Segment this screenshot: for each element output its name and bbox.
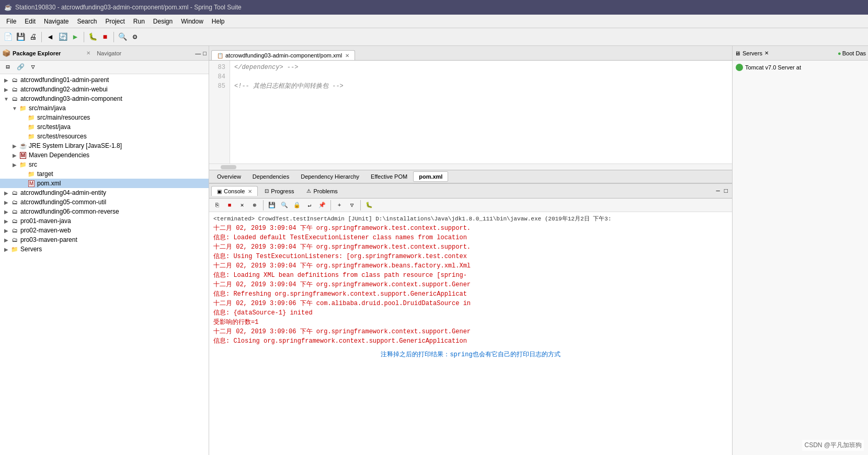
menu-edit[interactable]: Edit bbox=[20, 17, 40, 26]
link-with-editor-button[interactable]: 🔗 bbox=[15, 62, 26, 73]
tree-item[interactable]: ▶ 🗂 pro03-maven-parent bbox=[0, 235, 209, 244]
tree-item[interactable]: ▶ 🗂 atcrowdfunding02-admin-webui bbox=[0, 85, 209, 94]
tab-dependency-hierarchy[interactable]: Dependency Hierarchy bbox=[295, 171, 365, 182]
console-remove-button[interactable]: ⊗ bbox=[249, 200, 260, 211]
tree-icon: 🗂 bbox=[10, 226, 19, 235]
editor-bottom-tabs: Overview Dependencies Dependency Hierarc… bbox=[209, 170, 732, 183]
tree-item[interactable]: ▶ 🗂 atcrowdfunding05-common-util bbox=[0, 197, 209, 207]
console-tab-console[interactable]: ▣ Console ✕ bbox=[211, 186, 258, 196]
problems-icon: ⚠ bbox=[306, 188, 311, 194]
editor-tab-pom[interactable]: 📋 atcrowdfunding03-admin-component/pom.x… bbox=[211, 50, 355, 60]
console-tab-close[interactable]: ✕ bbox=[248, 189, 252, 194]
stop-button[interactable]: ■ bbox=[99, 31, 111, 43]
tree-item[interactable]: 📁 src/test/resources bbox=[0, 132, 209, 141]
tree-item[interactable]: 📁 target bbox=[0, 169, 209, 179]
console-word-wrap-button[interactable]: ↵ bbox=[304, 200, 315, 211]
debug-button[interactable]: 🐛 bbox=[87, 31, 98, 43]
panel-tab-close[interactable]: ✕ bbox=[86, 50, 90, 56]
log-line: 信息: Loaded default TestExecutionListener… bbox=[213, 233, 728, 242]
console-pin-button[interactable]: 📌 bbox=[316, 200, 328, 211]
console-scroll-lock-button[interactable]: 🔒 bbox=[291, 200, 303, 211]
tree-label: JRE System Library [JavaSE-1.8] bbox=[29, 142, 122, 149]
back-button[interactable]: ◀ bbox=[44, 31, 56, 43]
tab-effective-pom[interactable]: Effective POM bbox=[365, 171, 413, 182]
tree-item[interactable]: 📁 src/test/java bbox=[0, 122, 209, 132]
print-button[interactable]: 🖨 bbox=[27, 31, 39, 43]
tree-item[interactable]: ▶ 📁 Servers bbox=[0, 244, 209, 254]
log-line: 十二月 02, 2019 3:09:04 下午 org.springframew… bbox=[213, 261, 728, 271]
menu-search[interactable]: Search bbox=[73, 17, 101, 26]
console-find-button[interactable]: 🔍 bbox=[279, 200, 290, 211]
servers-content: Tomcat v7.0 Server at bbox=[733, 61, 868, 74]
menu-project[interactable]: Project bbox=[101, 17, 129, 26]
line-num-84: 84 bbox=[211, 72, 225, 81]
console-maximize[interactable]: □ bbox=[722, 188, 730, 195]
tree-item[interactable]: 📁 src/main/resources bbox=[0, 113, 209, 122]
scrollbar-thumb[interactable] bbox=[221, 165, 236, 169]
tree-label: atcrowdfunding04-admin-entity bbox=[20, 189, 106, 196]
tab-close-button[interactable]: ✕ bbox=[345, 53, 349, 59]
maximize-icon[interactable]: □ bbox=[203, 50, 207, 56]
console-content[interactable]: <terminated> CrowdTest.testInsertAdmin [… bbox=[209, 212, 732, 455]
tab-dependencies[interactable]: Dependencies bbox=[247, 171, 295, 182]
tree-icon: 🗂 bbox=[10, 198, 19, 206]
tree-item[interactable]: ▶ 🗂 atcrowdfunding04-admin-entity bbox=[0, 188, 209, 197]
settings-button[interactable]: ⚙ bbox=[129, 31, 141, 43]
new-button[interactable]: 📄 bbox=[2, 31, 14, 43]
xml-editor[interactable]: 83 84 85 </dependency> --> <!-- 其他日志框架的中… bbox=[209, 61, 732, 164]
tree-icon: M bbox=[19, 151, 27, 159]
log-line: 信息: Using TestExecutionListeners: [org.s… bbox=[213, 252, 728, 261]
menu-run[interactable]: Run bbox=[129, 17, 149, 26]
console-clear-button[interactable]: ✕ bbox=[236, 200, 248, 211]
horizontal-scrollbar[interactable] bbox=[209, 164, 732, 170]
menu-help[interactable]: Help bbox=[208, 17, 229, 26]
tab-overview[interactable]: Overview bbox=[211, 171, 247, 182]
tree-item[interactable]: ▶ ☕ JRE System Library [JavaSE-1.8] bbox=[0, 141, 209, 150]
tree-item[interactable]: ▼ 🗂 atcrowdfunding03-admin-component bbox=[0, 94, 209, 103]
tree-item[interactable]: ▶ 🗂 atcrowdfunding01-admin-parent bbox=[0, 75, 209, 85]
menu-design[interactable]: Design bbox=[149, 17, 177, 26]
console-tab-problems[interactable]: ⚠ Problems bbox=[301, 186, 343, 196]
view-menu-button[interactable]: ▽ bbox=[27, 62, 39, 73]
menu-navigate[interactable]: Navigate bbox=[40, 17, 73, 26]
console-new-button[interactable]: + bbox=[334, 200, 345, 211]
tab-pom-xml[interactable]: pom.xml bbox=[413, 171, 448, 182]
code-content[interactable]: </dependency> --> <!-- 其他日志框架的中间转换包 --> bbox=[230, 61, 732, 164]
tree-item[interactable]: ▶ M Maven Dependencies bbox=[0, 150, 209, 160]
console-save-button[interactable]: 💾 bbox=[266, 200, 278, 211]
menu-file[interactable]: File bbox=[2, 17, 20, 26]
tree-item[interactable]: ▼ 📁 src/main/java bbox=[0, 103, 209, 113]
tree-icon: 🗂 bbox=[10, 236, 19, 244]
run-button[interactable]: ▶ bbox=[70, 31, 81, 43]
panel-header: 📦 Package Explorer ✕ Navigator — □ bbox=[0, 46, 209, 61]
code-line-85: <!-- 其他日志框架的中间转换包 --> bbox=[234, 81, 728, 91]
console-copy-button[interactable]: ⎘ bbox=[211, 200, 223, 211]
collapse-all-button[interactable]: ⊟ bbox=[2, 62, 14, 73]
minimize-icon[interactable]: — bbox=[195, 50, 201, 56]
navigator-tab[interactable]: Navigator bbox=[97, 50, 121, 56]
tree-icon: 📁 bbox=[27, 170, 36, 178]
menu-window[interactable]: Window bbox=[177, 17, 208, 26]
console-menu-button[interactable]: ▽ bbox=[346, 200, 358, 211]
tree-item[interactable]: ▶ 🗂 atcrowdfunding06-common-reverse bbox=[0, 207, 209, 216]
tree-icon: M bbox=[27, 179, 36, 188]
console-minimize[interactable]: — bbox=[714, 188, 722, 195]
tree-arrow: ▶ bbox=[2, 200, 10, 205]
tree-item[interactable]: M pom.xml bbox=[0, 179, 209, 188]
tree-arrow: ▶ bbox=[2, 77, 10, 83]
line-num-85: 85 bbox=[211, 81, 225, 91]
console-debug-icon[interactable]: 🐛 bbox=[363, 200, 375, 211]
tree-item[interactable]: ▶ 🗂 pro01-maven-java bbox=[0, 216, 209, 226]
save-button[interactable]: 💾 bbox=[15, 31, 26, 43]
console-tab-progress[interactable]: ⊡ Progress bbox=[259, 186, 300, 196]
refresh-button[interactable]: 🔄 bbox=[57, 31, 68, 43]
console-note: 注释掉之后的打印结果：spring也会有它自己的打印日志的方式 bbox=[213, 350, 728, 359]
tomcat-server-item[interactable]: Tomcat v7.0 Server at bbox=[735, 63, 866, 72]
servers-close[interactable]: ✕ bbox=[764, 50, 769, 56]
log-line: 信息: Refreshing org.springframework.conte… bbox=[213, 289, 728, 299]
tree-icon: ☕ bbox=[19, 142, 27, 150]
console-stop-button[interactable]: ■ bbox=[224, 200, 235, 211]
search-button[interactable]: 🔍 bbox=[117, 31, 128, 43]
tree-item[interactable]: ▶ 📁 src bbox=[0, 160, 209, 169]
tree-item[interactable]: ▶ 🗂 pro02-maven-web bbox=[0, 226, 209, 235]
